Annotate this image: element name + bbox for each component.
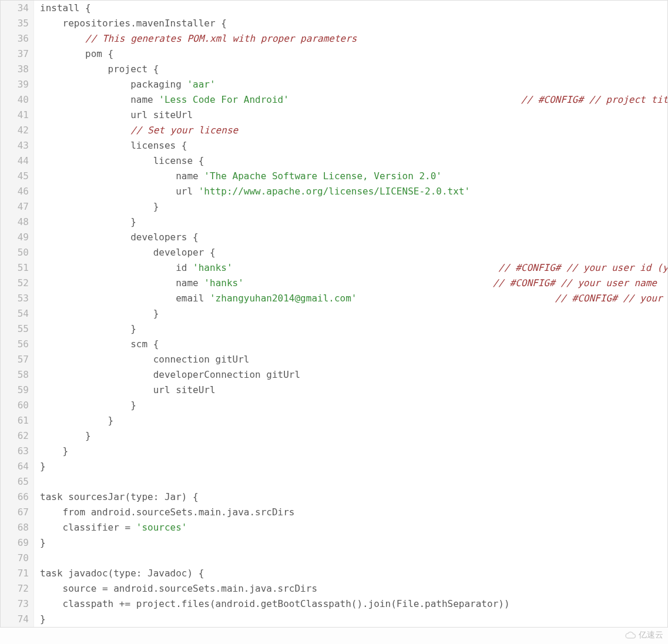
code-line[interactable]: 51 id 'hanks' // #CONFIG# // your user i…	[1, 260, 667, 276]
code-content[interactable]: name 'hanks' // #CONFIG# // your user na…	[34, 276, 667, 291]
code-line[interactable]: 48 }	[1, 214, 667, 230]
token-plain: url siteUrl	[40, 384, 216, 395]
code-line[interactable]: 60 }	[1, 398, 667, 413]
code-content[interactable]: }	[34, 306, 667, 321]
code-content[interactable]: install {	[34, 1, 667, 16]
code-content[interactable]: developerConnection gitUrl	[34, 367, 667, 383]
token-plain: }	[40, 461, 46, 472]
code-content[interactable]: repositories.mavenInstaller {	[34, 16, 667, 31]
token-plain	[289, 94, 521, 105]
code-line[interactable]: 57 connection gitUrl	[1, 352, 667, 367]
code-content[interactable]: classpath += project.files(android.getBo…	[34, 596, 667, 612]
code-line[interactable]: 64}	[1, 459, 667, 474]
code-content[interactable]: project {	[34, 62, 667, 77]
code-content[interactable]: url 'http://www.apache.org/licenses/LICE…	[34, 184, 667, 199]
code-line[interactable]: 59 url siteUrl	[1, 383, 667, 398]
code-content[interactable]: }	[34, 398, 667, 413]
code-content[interactable]: }	[34, 321, 667, 337]
code-content[interactable]: }	[34, 444, 667, 459]
code-line[interactable]: 38 project {	[1, 62, 667, 77]
code-line[interactable]: 34install {	[1, 1, 667, 16]
code-line[interactable]: 45 name 'The Apache Software License, Ve…	[1, 169, 667, 184]
code-content[interactable]: scm {	[34, 337, 667, 352]
code-content[interactable]: }	[34, 428, 667, 444]
code-content[interactable]: source = android.sourceSets.main.java.sr…	[34, 581, 667, 596]
code-line[interactable]: 69}	[1, 535, 667, 551]
code-line[interactable]: 70	[1, 551, 667, 566]
code-content[interactable]: }	[34, 459, 667, 474]
line-number: 45	[1, 169, 34, 184]
code-line[interactable]: 35 repositories.mavenInstaller {	[1, 16, 667, 31]
code-line[interactable]: 44 license {	[1, 153, 667, 169]
code-content[interactable]: email 'zhangyuhan2014@gmail.com' // #CON…	[34, 291, 667, 306]
code-content[interactable]: // This generates POM.xml with proper pa…	[34, 31, 667, 46]
code-line[interactable]: 68 classifier = 'sources'	[1, 520, 667, 535]
code-line[interactable]: 36 // This generates POM.xml with proper…	[1, 31, 667, 46]
code-line[interactable]: 42 // Set your license	[1, 123, 667, 138]
code-line[interactable]: 50 developer {	[1, 245, 667, 260]
code-content[interactable]: name 'The Apache Software License, Versi…	[34, 169, 667, 184]
code-line[interactable]: 63 }	[1, 444, 667, 459]
token-str: 'hanks'	[193, 262, 232, 273]
token-plain: name	[40, 277, 204, 289]
code-content[interactable]: connection gitUrl	[34, 352, 667, 367]
code-line[interactable]: 72 source = android.sourceSets.main.java…	[1, 581, 667, 596]
code-line[interactable]: 56 scm {	[1, 337, 667, 352]
code-content[interactable]: licenses {	[34, 138, 667, 153]
code-line[interactable]: 71task javadoc(type: Javadoc) {	[1, 566, 667, 581]
code-content[interactable]: from android.sourceSets.main.java.srcDir…	[34, 505, 667, 520]
code-line[interactable]: 37 pom {	[1, 46, 667, 62]
code-line[interactable]: 65	[1, 474, 667, 489]
line-number: 68	[1, 520, 34, 535]
code-content[interactable]: task sourcesJar(type: Jar) {	[34, 489, 667, 505]
code-content[interactable]: url siteUrl	[34, 383, 667, 398]
code-content[interactable]: // Set your license	[34, 123, 667, 138]
code-line[interactable]: 73 classpath += project.files(android.ge…	[1, 596, 667, 612]
token-str: 'hanks'	[204, 277, 243, 289]
code-line[interactable]: 62 }	[1, 428, 667, 444]
code-content[interactable]: license {	[34, 153, 667, 169]
code-content[interactable]: classifier = 'sources'	[34, 520, 667, 535]
code-content[interactable]	[34, 551, 667, 566]
code-content[interactable]: task javadoc(type: Javadoc) {	[34, 566, 667, 581]
code-line[interactable]: 46 url 'http://www.apache.org/licenses/L…	[1, 184, 667, 199]
code-content[interactable]: id 'hanks' // #CONFIG# // your user id (…	[34, 260, 667, 276]
code-content[interactable]: pom {	[34, 46, 667, 62]
code-line[interactable]: 47 }	[1, 199, 667, 214]
token-plain: task sourcesJar(type: Jar) {	[40, 491, 199, 502]
code-line[interactable]: 52 name 'hanks' // #CONFIG# // your user…	[1, 276, 667, 291]
code-line[interactable]: 49 developers {	[1, 230, 667, 245]
code-line[interactable]: 43 licenses {	[1, 138, 667, 153]
token-plain: name	[40, 94, 159, 105]
code-line[interactable]: 53 email 'zhangyuhan2014@gmail.com' // #…	[1, 291, 667, 306]
code-content[interactable]: }	[34, 413, 667, 428]
code-content[interactable]: }	[34, 612, 667, 627]
token-plain	[40, 125, 130, 136]
code-content[interactable]: url siteUrl	[34, 108, 667, 123]
code-content[interactable]	[34, 474, 667, 489]
code-line[interactable]: 41 url siteUrl	[1, 108, 667, 123]
line-number: 62	[1, 428, 34, 444]
token-plain: }	[40, 400, 136, 411]
code-content[interactable]: name 'Less Code For Android' // #CONFIG#…	[34, 92, 667, 108]
code-line[interactable]: 55 }	[1, 321, 667, 337]
code-content[interactable]: }	[34, 214, 667, 230]
code-line[interactable]: 74}	[1, 612, 667, 627]
code-line[interactable]: 39 packaging 'aar'	[1, 77, 667, 92]
code-content[interactable]: }	[34, 535, 667, 551]
code-editor[interactable]: 34install {35 repositories.mavenInstalle…	[0, 0, 668, 628]
code-line[interactable]: 61 }	[1, 413, 667, 428]
code-line[interactable]: 58 developerConnection gitUrl	[1, 367, 667, 383]
line-number: 69	[1, 535, 34, 551]
code-line[interactable]: 54 }	[1, 306, 667, 321]
line-number: 43	[1, 138, 34, 153]
code-content[interactable]: packaging 'aar'	[34, 77, 667, 92]
code-content[interactable]: }	[34, 199, 667, 214]
token-plain: source = android.sourceSets.main.java.sr…	[40, 583, 317, 594]
code-line[interactable]: 67 from android.sourceSets.main.java.src…	[1, 505, 667, 520]
code-content[interactable]: developers {	[34, 230, 667, 245]
token-comr: // #CONFIG# // your user id (you can w	[498, 262, 667, 273]
code-line[interactable]: 66task sourcesJar(type: Jar) {	[1, 489, 667, 505]
code-line[interactable]: 40 name 'Less Code For Android' // #CONF…	[1, 92, 667, 108]
code-content[interactable]: developer {	[34, 245, 667, 260]
